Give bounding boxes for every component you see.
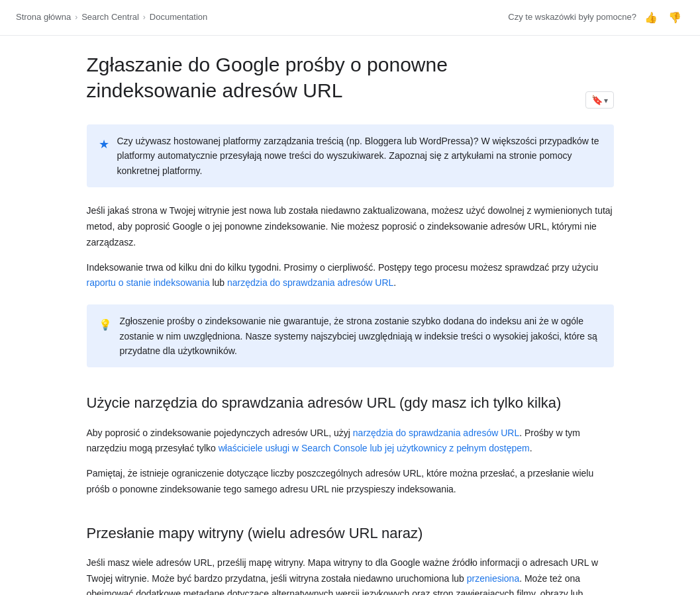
thumbs-down-button[interactable] bbox=[666, 8, 684, 27]
section-1-title: Użycie narzędzia do sprawdzania adresów … bbox=[87, 391, 614, 414]
bookmark-icon bbox=[591, 95, 603, 105]
thumbs-up-button[interactable] bbox=[642, 8, 660, 27]
section-1-paragraph-1: Aby poprosić o zindeksowanie pojedynczyc… bbox=[87, 426, 614, 457]
breadcrumb-home[interactable]: Strona główna bbox=[16, 11, 71, 24]
page-title: Zgłaszanie do Google prośby o ponowne zi… bbox=[87, 52, 579, 103]
main-content: Zgłaszanie do Google prośby o ponowne zi… bbox=[66, 36, 635, 595]
bulb-icon bbox=[99, 315, 112, 334]
star-icon bbox=[99, 135, 109, 154]
section-2-title: Przesłanie mapy witryny (wielu adresów U… bbox=[87, 522, 614, 545]
thumbs-up-icon bbox=[644, 11, 658, 24]
body-paragraph-2: Indeksowanie trwa od kilku dni do kilku … bbox=[87, 260, 614, 292]
thumbs-down-icon bbox=[668, 11, 681, 24]
breadcrumb-sep-1: › bbox=[75, 11, 77, 24]
breadcrumb-documentation[interactable]: Documentation bbox=[150, 11, 207, 24]
url-inspection-tool-link[interactable]: narzędzia do sprawdzania adresów URL bbox=[353, 428, 519, 438]
moved-link[interactable]: przeniesiona bbox=[467, 573, 519, 584]
feedback-area: Czy te wskazówki były pomocne? bbox=[508, 8, 684, 27]
title-row: Zgłaszanie do Google prośby o ponowne zi… bbox=[87, 52, 614, 111]
url-inspection-link-1[interactable]: narzędzia do sprawdzania adresów URL bbox=[227, 277, 393, 288]
chevron-down-icon bbox=[604, 95, 608, 105]
body-paragraph-1: Jeśli jakaś strona w Twojej witrynie jes… bbox=[87, 203, 614, 250]
section-1-paragraph-2: Pamiętaj, że istnieje ograniczenie dotyc… bbox=[87, 466, 614, 498]
indexing-report-link[interactable]: raportu o stanie indeksowania bbox=[87, 277, 210, 288]
info-box-text: Czy używasz hostowanej platformy zarządz… bbox=[117, 134, 602, 178]
info-box: Czy używasz hostowanej platformy zarządz… bbox=[87, 124, 614, 187]
top-bar: Strona główna › Search Central › Documen… bbox=[0, 0, 700, 36]
breadcrumb-sep-2: › bbox=[143, 11, 146, 24]
search-console-owners-link[interactable]: właściciele usługi w Search Console lub … bbox=[219, 443, 530, 453]
section-2-paragraph-1: Jeśli masz wiele adresów URL, prześlij m… bbox=[87, 555, 614, 595]
breadcrumb: Strona główna › Search Central › Documen… bbox=[16, 11, 207, 24]
breadcrumb-search-central[interactable]: Search Central bbox=[81, 11, 139, 24]
note-box-text: Zgłoszenie prośby o zindeksowanie nie gw… bbox=[120, 314, 602, 358]
note-box: Zgłoszenie prośby o zindeksowanie nie gw… bbox=[87, 304, 614, 367]
feedback-question: Czy te wskazówki były pomocne? bbox=[508, 11, 636, 24]
bookmark-button[interactable] bbox=[585, 91, 614, 109]
